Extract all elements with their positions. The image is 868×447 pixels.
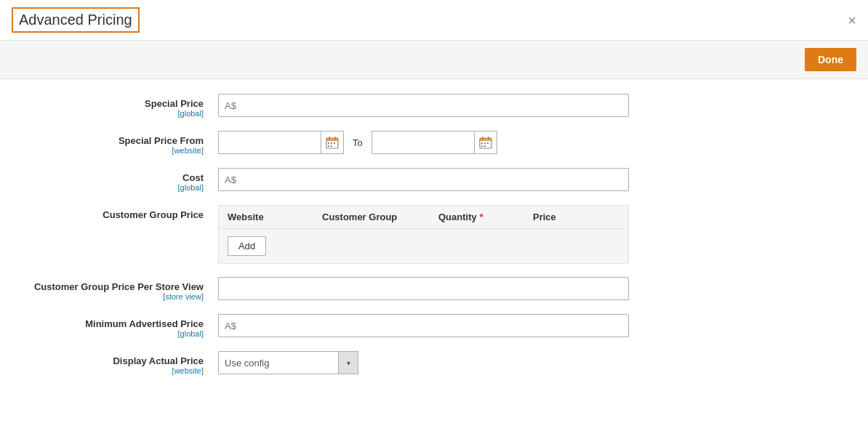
add-customer-group-price-button[interactable]: Add xyxy=(228,236,266,256)
cgp-per-store-field xyxy=(218,277,839,300)
cg-col-price: Price xyxy=(533,212,619,222)
customer-group-price-field: Website Customer Group Quantity * Price … xyxy=(218,205,839,264)
cg-table-body: Add xyxy=(219,229,628,263)
cg-col-quantity: Quantity * xyxy=(438,212,533,222)
modal-header: Advanced Pricing × xyxy=(0,0,868,41)
calendar-to-button[interactable] xyxy=(474,132,497,153)
special-price-from-row: Special Price From [website] xyxy=(29,131,839,155)
date-to-wrapper xyxy=(371,131,497,154)
customer-group-price-label-col: Customer Group Price xyxy=(29,205,218,220)
cost-input[interactable] xyxy=(218,168,629,191)
calendar-from-icon xyxy=(326,136,339,149)
special-price-from-scope: [website] xyxy=(29,146,204,155)
svg-rect-7 xyxy=(328,145,329,147)
customer-group-price-row: Customer Group Price Website Customer Gr… xyxy=(29,205,839,264)
date-to-input[interactable] xyxy=(372,132,474,153)
display-actual-price-row: Display Actual Price [website] Use confi… xyxy=(29,351,839,375)
special-price-from-label: Special Price From xyxy=(29,135,204,146)
svg-rect-1 xyxy=(326,138,338,141)
modal-title: Advanced Pricing xyxy=(12,7,140,33)
date-from-input[interactable] xyxy=(219,132,321,153)
special-price-input[interactable] xyxy=(218,94,629,117)
display-actual-price-field: Use config On Gesture In Cart Before Ord… xyxy=(218,351,839,374)
svg-rect-4 xyxy=(328,142,329,144)
svg-rect-5 xyxy=(331,142,332,144)
special-price-from-label-col: Special Price From [website] xyxy=(29,131,218,155)
svg-rect-13 xyxy=(481,142,483,144)
cost-field xyxy=(218,168,839,191)
svg-rect-10 xyxy=(480,138,491,141)
cgp-per-store-input[interactable] xyxy=(218,277,629,300)
map-row: Minimum Advertised Price [global] xyxy=(29,314,839,338)
display-actual-price-label: Display Actual Price xyxy=(29,355,204,366)
cgp-per-store-label: Customer Group Price Per Store View xyxy=(29,281,204,292)
svg-rect-6 xyxy=(334,142,335,144)
map-field xyxy=(218,314,839,337)
cost-label: Cost xyxy=(29,172,204,183)
cg-col-customer-group: Customer Group xyxy=(322,212,438,222)
cgp-per-store-row: Customer Group Price Per Store View [sto… xyxy=(29,277,839,301)
display-actual-price-select[interactable]: Use config On Gesture In Cart Before Ord… xyxy=(218,351,358,374)
calendar-from-button[interactable] xyxy=(321,132,343,153)
customer-group-price-table: Website Customer Group Quantity * Price … xyxy=(218,205,629,264)
form-content: Special Price [global] Special Price Fro… xyxy=(0,79,868,403)
map-label-col: Minimum Advertised Price [global] xyxy=(29,314,218,338)
date-range: To xyxy=(218,131,839,154)
cost-scope: [global] xyxy=(29,183,204,192)
toolbar: Done xyxy=(0,41,868,79)
svg-rect-8 xyxy=(331,145,332,147)
calendar-to-icon xyxy=(479,136,492,149)
date-from-wrapper xyxy=(218,131,344,154)
close-button[interactable]: × xyxy=(848,13,856,28)
cgp-per-store-label-col: Customer Group Price Per Store View [sto… xyxy=(29,277,218,301)
cost-label-col: Cost [global] xyxy=(29,168,218,192)
svg-rect-14 xyxy=(484,142,486,144)
cg-table-header: Website Customer Group Quantity * Price xyxy=(219,206,628,229)
cgp-per-store-scope: [store view] xyxy=(29,292,204,301)
map-scope: [global] xyxy=(29,329,204,338)
special-price-scope: [global] xyxy=(29,109,204,118)
to-label: To xyxy=(353,137,363,148)
customer-group-price-label: Customer Group Price xyxy=(29,209,204,220)
done-button[interactable]: Done xyxy=(805,48,856,71)
svg-rect-16 xyxy=(481,145,483,147)
special-price-row: Special Price [global] xyxy=(29,94,839,118)
display-actual-price-label-col: Display Actual Price [website] xyxy=(29,351,218,375)
map-label: Minimum Advertised Price xyxy=(29,318,204,329)
cg-col-website: Website xyxy=(228,212,322,222)
map-input[interactable] xyxy=(218,314,629,337)
special-price-label-col: Special Price [global] xyxy=(29,94,218,118)
svg-rect-17 xyxy=(484,145,486,147)
display-actual-price-select-wrapper: Use config On Gesture In Cart Before Ord… xyxy=(218,351,358,374)
display-actual-price-scope: [website] xyxy=(29,366,204,375)
cost-row: Cost [global] xyxy=(29,168,839,192)
required-star: * xyxy=(480,212,483,222)
special-price-field xyxy=(218,94,839,117)
svg-rect-15 xyxy=(487,142,489,144)
special-price-from-field: To xyxy=(218,131,839,154)
special-price-label: Special Price xyxy=(29,98,204,109)
